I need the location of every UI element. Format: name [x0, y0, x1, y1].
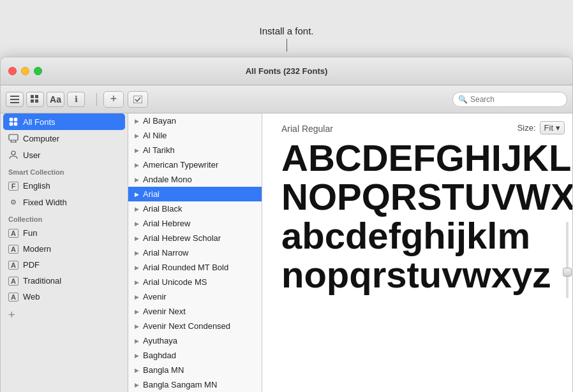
sidebar-item-pdf[interactable]: A PDF	[1, 257, 128, 273]
chevron-down-icon: ▾	[556, 123, 560, 133]
pdf-icon: A	[8, 261, 19, 270]
sidebar-item-fixed-width-label: Fixed Width	[23, 198, 67, 207]
font-list-item-label: Avenir	[143, 292, 167, 301]
font-list-arrow-icon: ▶	[135, 118, 139, 124]
sidebar-toggle-button[interactable]	[6, 92, 24, 107]
validate-button[interactable]	[128, 91, 148, 108]
size-control: Size: Fit ▾	[517, 121, 565, 134]
font-list-item[interactable]: ▶Avenir Next Condensed	[128, 319, 262, 333]
sidebar-add-button[interactable]: +	[1, 305, 128, 326]
collection-header: Collection	[1, 210, 128, 225]
font-list-item-label: Al Nile	[143, 131, 167, 140]
sidebar-item-all-fonts[interactable]: All Fonts	[3, 113, 125, 130]
svg-rect-7	[133, 96, 142, 103]
font-list-item[interactable]: ▶Arial Black	[128, 201, 262, 216]
main-window: All Fonts (232 Fonts)	[0, 57, 573, 392]
size-value: Fit	[544, 123, 553, 133]
info-button[interactable]: ℹ	[67, 92, 85, 107]
sidebar-item-user[interactable]: User	[1, 147, 128, 163]
font-list-arrow-icon: ▶	[135, 162, 139, 168]
font-list-arrow-icon: ▶	[135, 279, 139, 286]
search-input[interactable]	[470, 95, 562, 104]
svg-rect-0	[10, 96, 19, 97]
preview-line-4: nopqrstuvwxyz	[281, 256, 551, 294]
font-list-item[interactable]: ▶Arial	[128, 187, 262, 201]
font-list-item[interactable]: ▶Al Bayan	[128, 113, 262, 128]
svg-rect-5	[31, 99, 34, 103]
minimize-button[interactable]	[21, 67, 29, 75]
font-list-item-label: Arial Hebrew	[143, 219, 190, 228]
close-button[interactable]	[8, 67, 17, 75]
font-list-arrow-icon: ▶	[135, 235, 139, 242]
font-list-item-label: American Typewriter	[143, 160, 218, 170]
font-list-arrow-icon: ▶	[135, 352, 139, 359]
font-preview-button[interactable]: Aa	[47, 92, 64, 107]
font-list-arrow-icon: ▶	[135, 177, 139, 183]
svg-rect-6	[35, 99, 38, 103]
svg-rect-1	[10, 99, 19, 100]
font-list-item-label: Avenir Next	[143, 307, 186, 316]
annotation-top-text: Install a font.	[259, 25, 313, 36]
font-list-item-label: Arial Hebrew Scholar	[143, 233, 221, 243]
font-list-arrow-icon: ▶	[135, 309, 139, 315]
sidebar-item-fun-label: Fun	[23, 228, 37, 238]
size-dropdown[interactable]: Fit ▾	[540, 121, 565, 134]
sidebar-item-pdf-label: PDF	[23, 260, 40, 270]
font-list-item[interactable]: ▶Arial Rounded MT Bold	[128, 260, 262, 275]
slider-thumb[interactable]	[563, 268, 572, 277]
font-list: ▶Al Bayan▶Al Nile▶Al Tarikh▶American Typ…	[128, 113, 262, 392]
preview-line-2: NOPQRSTUVWXYZ	[281, 178, 572, 217]
font-list-item-label: Al Tarikh	[143, 145, 175, 155]
sidebar-item-traditional-label: Traditional	[23, 276, 61, 286]
font-list-item[interactable]: ▶Arial Hebrew	[128, 216, 262, 231]
sidebar-item-all-fonts-label: All Fonts	[23, 117, 56, 127]
font-list-item-label: Bangla MN	[143, 365, 184, 375]
traditional-icon: A	[8, 277, 19, 286]
modern-icon: A	[8, 245, 19, 254]
preview-text-container: ABCDEFGHIJKLM NOPQRSTUVWXYZ abcdefghijkl…	[275, 139, 560, 294]
search-icon: 🔍	[458, 95, 468, 104]
sidebar-item-english[interactable]: F English	[1, 178, 128, 194]
font-list-item[interactable]: ▶Andale Mono	[128, 172, 262, 187]
font-list-item[interactable]: ▶Ayuthaya	[128, 333, 262, 348]
sidebar-item-english-label: English	[23, 181, 50, 191]
maximize-button[interactable]	[34, 67, 42, 75]
add-font-button[interactable]: +	[103, 91, 124, 108]
sidebar-item-computer-label: Computer	[23, 134, 59, 143]
font-list-item[interactable]: ▶Bangla MN	[128, 363, 262, 377]
font-list-item[interactable]: ▶Avenir	[128, 289, 262, 304]
sidebar-item-fixed-width[interactable]: ⚙ Fixed Width	[1, 194, 128, 210]
font-list-item[interactable]: ▶Al Nile	[128, 128, 262, 143]
web-icon: A	[8, 293, 19, 301]
toolbar: Aa ℹ + 🔍	[1, 85, 572, 113]
font-list-item-label: Ayuthaya	[143, 336, 177, 345]
smart-collection-header: Smart Collection	[1, 163, 128, 178]
font-list-item[interactable]: ▶Bangla Sangam MN	[128, 377, 262, 392]
sidebar-item-fun[interactable]: A Fun	[1, 225, 128, 241]
font-list-item[interactable]: ▶Al Tarikh	[128, 143, 262, 157]
sidebar-item-traditional[interactable]: A Traditional	[1, 273, 128, 289]
titlebar: All Fonts (232 Fonts)	[1, 57, 572, 85]
svg-point-16	[11, 151, 15, 155]
sidebar-item-modern[interactable]: A Modern	[1, 241, 128, 257]
font-list-arrow-icon: ▶	[135, 382, 139, 388]
font-list-arrow-icon: ▶	[135, 367, 139, 374]
grid-view-button[interactable]	[26, 92, 44, 107]
svg-rect-4	[35, 95, 38, 98]
sidebar-item-web[interactable]: A Web	[1, 289, 128, 305]
font-list-item[interactable]: ▶Arial Unicode MS	[128, 275, 262, 289]
font-list-item-label: Arial Narrow	[143, 248, 189, 258]
sidebar-item-computer[interactable]: Computer	[1, 130, 128, 147]
outer-wrapper: Install a font. All Fonts (232 Fonts)	[0, 25, 573, 392]
svg-rect-12	[9, 134, 18, 140]
font-list-item[interactable]: ▶Avenir Next	[128, 304, 262, 319]
font-list-item[interactable]: ▶Arial Narrow	[128, 245, 262, 260]
font-list-item[interactable]: ▶Arial Hebrew Scholar	[128, 231, 262, 245]
font-list-item-label: Arial Unicode MS	[143, 277, 207, 287]
toolbar-left: Aa ℹ	[6, 92, 85, 107]
font-list-arrow-icon: ▶	[135, 265, 139, 271]
font-list-item[interactable]: ▶Baghdad	[128, 348, 262, 363]
font-size-slider[interactable]	[566, 222, 569, 298]
font-list-item-label: Avenir Next Condensed	[143, 321, 230, 331]
font-list-item[interactable]: ▶American Typewriter	[128, 157, 262, 172]
